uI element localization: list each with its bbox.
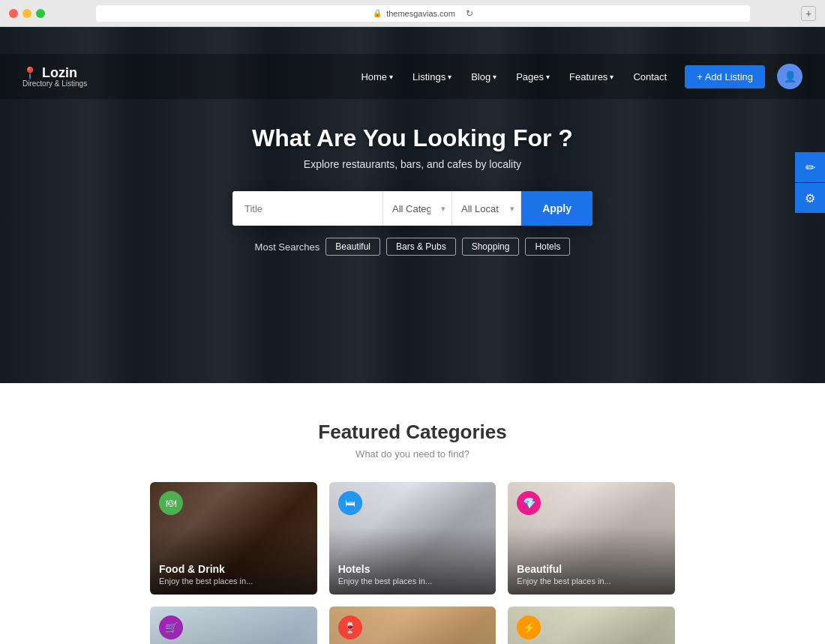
new-tab-button[interactable]: + [801, 6, 816, 21]
category-card-hotels[interactable]: 🛏 Hotels Enjoy the best places in... [329, 482, 496, 595]
category-card-shopping[interactable]: 🛒 Shopping Enjoy the best places in... [150, 607, 317, 644]
minimize-button[interactable] [22, 9, 32, 18]
traffic-lights [9, 9, 45, 18]
chevron-down-icon: ▾ [610, 73, 614, 81]
logo-area[interactable]: 📍 Lozin Directory & Listings [22, 65, 87, 88]
nav-features[interactable]: Features ▾ [562, 67, 621, 87]
category-icon-badge-5: 🍷 [338, 616, 362, 640]
categories-grid: 🍽 Food & Drink Enjoy the best places in.… [150, 482, 675, 644]
section-title: Featured Categories [22, 421, 802, 444]
apply-button[interactable]: Apply [521, 191, 592, 226]
category-card-food2[interactable]: 🍷 Food & Drink Enjoy the best places in.… [329, 607, 496, 644]
nav-contact[interactable]: Contact [626, 67, 674, 87]
hero-section: 📍 Lozin Directory & Listings Home ▾ List… [0, 27, 825, 383]
chevron-down-icon: ▾ [546, 73, 550, 81]
browser-chrome: 🔒 themesgavias.com ↻ + [0, 0, 825, 27]
tag-hotels[interactable]: Hotels [525, 238, 570, 256]
user-icon: 👤 [784, 70, 796, 82]
category-desc-3: Enjoy the best places in... [517, 577, 610, 586]
search-bar: All Categories Food & Drink Hotels Beaut… [232, 191, 592, 226]
food-drink-icon: 🍽 [166, 497, 176, 509]
category-desc-2: Enjoy the best places in... [338, 577, 432, 586]
address-bar[interactable]: 🔒 themesgavias.com ↻ [96, 5, 750, 22]
most-searches: Most Searches Beautiful Bars & Pubs Shop… [255, 238, 571, 256]
category-card-6[interactable]: ⚡ Category Enjoy the best places in... [508, 607, 675, 644]
section-subtitle: What do you need to find? [22, 448, 802, 460]
shopping-icon: 🛒 [165, 622, 178, 634]
section-header: Featured Categories What do you need to … [22, 421, 802, 460]
tag-bars-pubs[interactable]: Bars & Pubs [386, 238, 456, 256]
most-searches-label: Most Searches [255, 241, 320, 253]
nav-links: Home ▾ Listings ▾ Blog ▾ Pages ▾ Feature… [353, 64, 802, 89]
food2-icon: 🍷 [344, 622, 356, 634]
maximize-button[interactable] [36, 9, 45, 18]
tag-beautiful[interactable]: Beautiful [326, 238, 380, 256]
nav-listings[interactable]: Listings ▾ [405, 67, 459, 87]
close-button[interactable] [9, 9, 18, 18]
category-info-1: Food & Drink Enjoy the best places in... [159, 563, 253, 586]
settings-icon: ⚙ [805, 191, 815, 205]
category-icon-badge-4: 🛒 [159, 616, 183, 640]
logo-subtitle: Directory & Listings [22, 79, 87, 88]
settings-button[interactable]: ⚙ [795, 183, 825, 213]
pencil-icon: ✏ [806, 160, 815, 175]
logo-top: 📍 Lozin [22, 65, 87, 81]
pencil-button[interactable]: ✏ [795, 152, 825, 182]
category-name-3: Beautiful [517, 563, 610, 575]
nav-home[interactable]: Home ▾ [353, 67, 400, 87]
chevron-down-icon: ▾ [389, 73, 393, 81]
nav-blog[interactable]: Blog ▾ [464, 67, 504, 87]
hero-title: What Are You Looking For ? [252, 124, 573, 152]
category-info-2: Hotels Enjoy the best places in... [338, 563, 432, 586]
add-listing-button[interactable]: + Add Listing [685, 65, 765, 88]
category-card-food-drink[interactable]: 🍽 Food & Drink Enjoy the best places in.… [150, 482, 317, 595]
tag-shopping[interactable]: Shopping [462, 238, 520, 256]
lock-icon: 🔒 [373, 9, 382, 17]
navbar: 📍 Lozin Directory & Listings Home ▾ List… [0, 54, 825, 99]
main-content: Featured Categories What do you need to … [0, 383, 825, 644]
locations-select-wrapper: All Locations New York Los Angeles Chica… [452, 191, 521, 226]
hotels-icon: 🛏 [345, 497, 356, 509]
logo-name: Lozin [42, 65, 77, 81]
chevron-down-icon: ▾ [448, 73, 452, 81]
cat6-icon: ⚡ [523, 622, 536, 634]
search-title-input[interactable] [232, 191, 383, 226]
url-text: themesgavias.com [386, 9, 455, 18]
website-content: 📍 Lozin Directory & Listings Home ▾ List… [0, 27, 825, 644]
category-name-2: Hotels [338, 563, 432, 575]
user-avatar[interactable]: 👤 [777, 64, 802, 89]
category-card-beautiful[interactable]: 💎 Beautiful Enjoy the best places in... [508, 482, 675, 595]
category-icon-badge-2: 🛏 [338, 491, 362, 515]
beautiful-icon: 💎 [523, 497, 536, 509]
category-info-3: Beautiful Enjoy the best places in... [517, 563, 610, 586]
categories-select-wrapper: All Categories Food & Drink Hotels Beaut… [383, 191, 452, 226]
hero-subtitle: Explore restaurants, bars, and cafes by … [304, 158, 521, 170]
logo-icon: 📍 [22, 66, 38, 80]
reload-icon[interactable]: ↻ [466, 8, 473, 19]
category-icon-badge-1: 🍽 [159, 491, 183, 515]
categories-select[interactable]: All Categories Food & Drink Hotels Beaut… [383, 191, 452, 226]
locations-select[interactable]: All Locations New York Los Angeles Chica… [452, 191, 520, 226]
nav-pages[interactable]: Pages ▾ [508, 67, 557, 87]
category-desc-1: Enjoy the best places in... [159, 577, 253, 586]
chevron-down-icon: ▾ [493, 73, 496, 81]
category-name-1: Food & Drink [159, 563, 253, 575]
